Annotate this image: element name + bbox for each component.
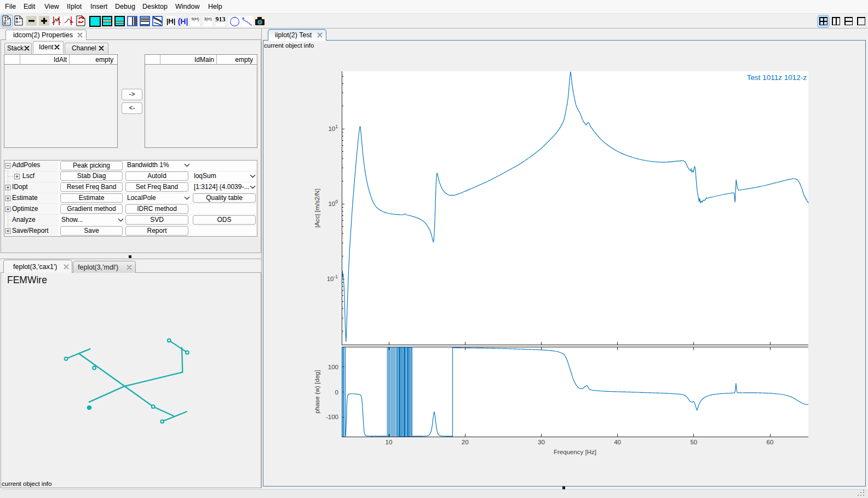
- svg-text:Test 1011z 1012-z: Test 1011z 1012-z: [747, 73, 807, 82]
- svg-text:(H|: (H|: [178, 17, 188, 26]
- svg-text:50: 50: [690, 439, 697, 445]
- svg-text:101: 101: [328, 124, 338, 132]
- svg-text:3(H): 3(H): [204, 16, 212, 21]
- svg-text:9(H): 9(H): [191, 16, 199, 21]
- svg-text:100: 100: [328, 364, 338, 370]
- svg-text:913: 913: [216, 15, 226, 23]
- svg-text:40: 40: [614, 439, 621, 445]
- svg-text:phase (w) [deg]: phase (w) [deg]: [314, 370, 320, 413]
- svg-text:-100: -100: [326, 414, 338, 420]
- svg-text:10-1: 10-1: [327, 274, 338, 282]
- svg-text:0: 0: [335, 389, 338, 396]
- svg-text:30: 30: [538, 439, 545, 445]
- svg-text:60: 60: [767, 439, 774, 445]
- svg-text:|H|: |H|: [166, 17, 176, 25]
- svg-text:20: 20: [462, 439, 469, 445]
- svg-text:10: 10: [386, 439, 393, 445]
- svg-text:|Acc| [m/s2/N]: |Acc| [m/s2/N]: [314, 188, 320, 227]
- svg-text:100: 100: [328, 199, 338, 207]
- svg-text:Frequency [Hz]: Frequency [Hz]: [554, 449, 596, 455]
